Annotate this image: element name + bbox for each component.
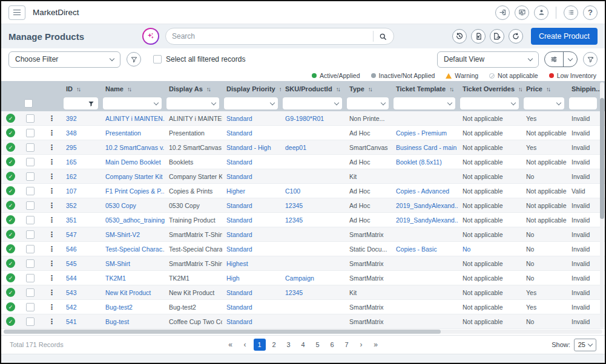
refresh-button[interactable] <box>509 29 523 44</box>
column-filter-display-priority[interactable] <box>224 97 278 109</box>
cell-display_priority[interactable]: Standard <box>222 115 281 122</box>
row-checkbox[interactable] <box>26 172 35 181</box>
cell-name[interactable]: Company Starter Kit <box>101 173 165 180</box>
cell-ticket_template[interactable]: Copies - Advanced <box>392 187 458 195</box>
cell-name[interactable]: 10.2 SmartCanvas v... <box>101 144 165 151</box>
cell-ticket_overrides[interactable]: No <box>458 245 522 253</box>
last-page-button[interactable]: » <box>370 339 382 351</box>
column-filter-sku-productid[interactable] <box>283 97 342 109</box>
sort-icon[interactable]: ↑↓ <box>76 86 80 93</box>
column-filter-ticket-overrides[interactable] <box>460 97 519 109</box>
first-page-button[interactable]: « <box>225 339 237 351</box>
horizontal-scrollbar-track[interactable] <box>4 330 602 334</box>
cell-name[interactable]: Bug-test2 <box>101 304 165 311</box>
column-filter-display-as[interactable] <box>166 97 219 109</box>
cell-ticket_template[interactable]: Copies - Premium <box>392 129 458 137</box>
cell-sku[interactable]: 12345 <box>281 216 345 224</box>
row-checkbox[interactable] <box>26 259 35 268</box>
cell-id[interactable]: 541 <box>62 318 101 325</box>
cell-display_priority[interactable]: Standard <box>222 304 281 311</box>
cell-name[interactable]: ALINITY i MAINTEN... <box>101 115 165 122</box>
column-filter-type[interactable] <box>347 97 389 109</box>
cell-name[interactable]: Presentation <box>101 129 165 137</box>
row-checkbox[interactable] <box>26 143 35 152</box>
row-actions-menu[interactable]: ⋮ <box>40 158 62 166</box>
cell-display_priority[interactable]: Standard <box>222 245 281 253</box>
row-checkbox[interactable] <box>26 201 35 210</box>
cell-name[interactable]: SM-Shirt-V2 <box>101 231 165 238</box>
cell-display_priority[interactable]: Standard <box>222 129 281 137</box>
row-checkbox[interactable] <box>26 288 35 297</box>
cell-display_priority[interactable]: Standard <box>222 173 281 180</box>
impersonate-button[interactable] <box>515 5 529 20</box>
sort-icon[interactable]: ↑↓ <box>336 86 340 93</box>
column-filter-shippin[interactable] <box>569 97 597 109</box>
history-button[interactable] <box>452 29 467 44</box>
cell-display_priority[interactable]: Standard - High <box>222 144 281 151</box>
page-button-4[interactable]: 4 <box>297 339 309 351</box>
cell-display_priority[interactable]: Standard <box>222 158 281 166</box>
cell-display_priority[interactable]: High <box>222 275 281 282</box>
row-checkbox[interactable] <box>26 158 35 166</box>
column-filter-name[interactable] <box>103 97 162 109</box>
row-checkbox[interactable] <box>26 216 35 224</box>
row-checkbox[interactable] <box>26 303 35 311</box>
select-all-checkbox[interactable] <box>153 55 162 63</box>
row-actions-menu[interactable]: ⋮ <box>40 187 62 195</box>
cell-id[interactable]: 351 <box>62 216 101 224</box>
vertical-scrollbar-thumb[interactable] <box>600 98 604 219</box>
page-button-3[interactable]: 3 <box>283 339 295 351</box>
row-actions-menu[interactable]: ⋮ <box>40 259 62 268</box>
next-page-button[interactable]: › <box>355 339 367 351</box>
row-checkbox[interactable] <box>26 114 35 123</box>
header-select-all-checkbox[interactable] <box>24 99 33 108</box>
cell-name[interactable]: Main Demo Booklet <box>101 158 165 166</box>
cell-id[interactable]: 543 <box>62 289 101 296</box>
search-input[interactable] <box>172 32 368 41</box>
search-button[interactable] <box>378 32 387 41</box>
cell-id[interactable]: 348 <box>62 129 101 137</box>
cell-id[interactable]: 392 <box>62 115 101 122</box>
cell-sku[interactable]: 12345 <box>281 289 345 296</box>
cell-name[interactable]: Test-Special Charac... <box>101 245 165 253</box>
import-button[interactable] <box>471 29 486 44</box>
cell-display_priority[interactable]: Higher <box>222 187 281 195</box>
view-settings-button[interactable] <box>545 52 563 67</box>
cell-display_priority[interactable]: Highest <box>222 260 281 267</box>
cell-display_priority[interactable]: Standard <box>222 216 281 224</box>
cell-display_priority[interactable]: Standard <box>222 289 281 296</box>
cell-name[interactable]: 0530 Copy <box>101 202 165 209</box>
row-actions-menu[interactable]: ⋮ <box>40 143 62 152</box>
horizontal-scrollbar[interactable] <box>1 329 605 335</box>
row-checkbox[interactable] <box>26 274 35 282</box>
sort-icon[interactable]: ↑↓ <box>449 86 453 93</box>
cell-sku[interactable]: deep01 <box>281 144 345 151</box>
cell-id[interactable]: 295 <box>62 144 101 151</box>
cell-id[interactable]: 542 <box>62 304 101 311</box>
column-filter-price[interactable] <box>524 97 564 109</box>
cell-sku[interactable]: C100 <box>281 187 345 195</box>
row-actions-menu[interactable]: ⋮ <box>40 114 62 123</box>
row-actions-menu[interactable]: ⋮ <box>40 201 62 210</box>
cell-display_priority[interactable]: Standard <box>222 318 281 325</box>
column-filter-ticket-template[interactable] <box>394 97 455 109</box>
row-actions-menu[interactable]: ⋮ <box>40 230 62 239</box>
select-all-filtered[interactable]: Select all filtered records <box>153 55 245 63</box>
page-button-5[interactable]: 5 <box>312 339 324 351</box>
page-button-2[interactable]: 2 <box>268 339 280 351</box>
cell-id[interactable]: 545 <box>62 260 101 267</box>
cell-id[interactable]: 352 <box>62 202 101 209</box>
view-settings-dropdown-button[interactable] <box>563 52 577 67</box>
choose-filter-select[interactable]: Choose Filter <box>8 51 120 68</box>
create-product-button[interactable]: Create Product <box>531 28 598 45</box>
view-select[interactable]: Default View <box>437 51 539 68</box>
cell-display_priority[interactable]: Standard <box>222 202 281 209</box>
cell-name[interactable]: TK2M1 <box>101 275 165 282</box>
row-checkbox[interactable] <box>26 230 35 239</box>
sort-icon[interactable]: ↑↓ <box>206 86 210 93</box>
row-actions-menu[interactable]: ⋮ <box>40 317 62 326</box>
hamburger-menu-button[interactable] <box>8 5 25 20</box>
cell-ticket_template[interactable]: Copies - Basic <box>392 245 458 253</box>
clear-filter-button[interactable] <box>583 52 598 67</box>
page-button-1[interactable]: 1 <box>254 339 266 351</box>
